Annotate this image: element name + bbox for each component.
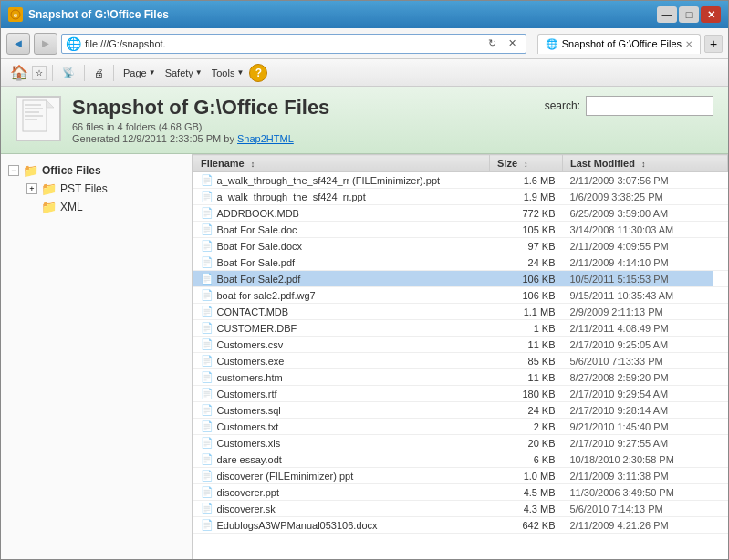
header-search: search: bbox=[545, 96, 713, 116]
table-row[interactable]: 📄Boat For Sale.doc105 KB3/14/2008 11:30:… bbox=[193, 222, 728, 238]
rss-button[interactable]: 📡 bbox=[58, 63, 78, 83]
table-row[interactable]: 📄Customers.csv11 KB2/17/2010 9:25:05 AM bbox=[193, 337, 728, 353]
table-row[interactable]: 📄Boat For Sale.pdf24 KB2/11/2009 4:14:10… bbox=[193, 254, 728, 271]
table-row[interactable]: 📄a_walk_through_the_sf424_rr (FILEminimi… bbox=[193, 172, 728, 189]
tab-label: Snapshot of G:\Office Files bbox=[562, 38, 682, 49]
back-button[interactable]: ◄ bbox=[6, 33, 30, 55]
table-row[interactable]: 📄Boat For Sale.docx97 KB2/11/2009 4:09:5… bbox=[193, 238, 728, 254]
file-date: 2/17/2010 9:29:54 AM bbox=[563, 386, 713, 402]
table-row[interactable]: 📄Customers.txt2 KB9/21/2010 1:45:40 PM bbox=[193, 419, 728, 435]
file-size: 97 KB bbox=[490, 238, 563, 254]
file-icon: 📄 bbox=[201, 519, 213, 531]
table-row[interactable]: 📄EdublogsA3WPManual053106.docx642 KB2/11… bbox=[193, 517, 728, 534]
col-size[interactable]: Size ↕ bbox=[490, 155, 563, 172]
file-name: a_walk_through_the_sf424_rr.ppt bbox=[217, 192, 366, 202]
file-icon: 📄 bbox=[201, 207, 213, 219]
file-name: Customers.sql bbox=[217, 405, 281, 416]
address-bar: ◄ ► 🌐 file:///G:/snapshot. ↻ ✕ 🌐 Snapsho… bbox=[1, 28, 728, 59]
svg-rect-7 bbox=[25, 119, 37, 120]
table-row[interactable]: 📄customers.htm11 KB8/27/2008 2:59:20 PM bbox=[193, 369, 728, 386]
print-button[interactable]: 🖨 bbox=[90, 63, 108, 83]
col-filename[interactable]: Filename ↕ bbox=[193, 155, 490, 172]
sidebar: − 📁 Office Files + 📁 PST Files 📁 XML bbox=[1, 154, 193, 559]
maximize-button[interactable]: □ bbox=[679, 6, 699, 23]
toolbar-separator-2 bbox=[84, 65, 85, 81]
table-row[interactable]: 📄discoverer.sk4.3 MB5/6/2010 7:14:13 PM bbox=[193, 501, 728, 517]
file-name: EdublogsA3WPManual053106.docx bbox=[217, 520, 378, 531]
safety-menu[interactable]: Safety ▼ bbox=[161, 63, 206, 83]
minimize-button[interactable]: — bbox=[657, 6, 677, 23]
tree-item-pst[interactable]: + 📁 PST Files bbox=[23, 180, 188, 198]
table-row[interactable]: 📄Boat For Sale2.pdf106 KB10/5/2011 5:15:… bbox=[193, 271, 728, 287]
file-name: Customers.xls bbox=[217, 438, 281, 449]
table-row[interactable]: 📄dare essay.odt6 KB10/18/2010 2:30:58 PM bbox=[193, 451, 728, 468]
toolbar-separator-1 bbox=[52, 65, 53, 81]
file-date: 5/6/2010 7:14:13 PM bbox=[563, 501, 713, 517]
file-icon: 📄 bbox=[201, 503, 213, 514]
tools-menu[interactable]: Tools ▼ bbox=[208, 63, 248, 83]
close-button[interactable]: ✕ bbox=[701, 6, 721, 23]
active-tab[interactable]: 🌐 Snapshot of G:\Office Files ✕ bbox=[537, 34, 701, 54]
page-caret-icon: ▼ bbox=[149, 68, 156, 77]
file-date: 9/21/2010 1:45:40 PM bbox=[563, 419, 713, 435]
table-row[interactable]: 📄ADDRBOOK.MDB772 KB6/25/2009 3:59:00 AM bbox=[193, 205, 728, 222]
file-name: Customers.rtf bbox=[217, 389, 277, 399]
tree-toggle-root[interactable]: − bbox=[8, 165, 19, 176]
file-icon: 📄 bbox=[201, 289, 213, 301]
file-name: boat for sale2.pdf.wg7 bbox=[217, 290, 316, 301]
refresh-button[interactable]: ↻ bbox=[484, 35, 502, 53]
table-row[interactable]: 📄a_walk_through_the_sf424_rr.ppt1.9 MB1/… bbox=[193, 189, 728, 205]
table-row[interactable]: 📄Customers.xls20 KB2/17/2010 9:27:55 AM bbox=[193, 435, 728, 451]
file-date: 3/14/2008 11:30:03 AM bbox=[563, 222, 713, 238]
file-size: 85 KB bbox=[490, 353, 563, 369]
file-size: 1.9 MB bbox=[490, 189, 563, 205]
file-date: 8/27/2008 2:59:20 PM bbox=[563, 369, 713, 386]
file-size: 1.6 MB bbox=[490, 172, 563, 189]
page-menu[interactable]: Page ▼ bbox=[120, 63, 160, 83]
svg-marker-8 bbox=[47, 100, 54, 108]
svg-rect-4 bbox=[25, 108, 43, 109]
table-row[interactable]: 📄boat for sale2.pdf.wg7106 KB9/15/2011 1… bbox=[193, 287, 728, 304]
file-size: 105 KB bbox=[490, 222, 563, 238]
forward-button[interactable]: ► bbox=[34, 33, 57, 55]
date-sort-icon: ↕ bbox=[641, 160, 646, 169]
file-icon: 📄 bbox=[201, 470, 213, 482]
tab-close-button[interactable]: ✕ bbox=[685, 39, 693, 49]
safety-caret-icon: ▼ bbox=[195, 68, 203, 77]
file-icon: 📄 bbox=[201, 404, 213, 416]
file-date: 5/6/2010 7:13:33 PM bbox=[563, 353, 713, 369]
tree-root-item[interactable]: − 📁 Office Files bbox=[5, 161, 188, 180]
file-list: Filename ↕ Size ↕ Last Modified ↕ bbox=[193, 154, 728, 559]
table-row[interactable]: 📄Customers.sql24 KB2/17/2010 9:28:14 AM bbox=[193, 402, 728, 419]
tree-children: + 📁 PST Files 📁 XML bbox=[5, 180, 188, 216]
tree-toggle-pst[interactable]: + bbox=[26, 183, 37, 194]
home-button[interactable]: 🏠 bbox=[8, 62, 30, 84]
tab-icon: 🌐 bbox=[546, 38, 558, 50]
col-size-label: Size bbox=[497, 158, 517, 169]
file-size: 106 KB bbox=[490, 287, 563, 304]
search-input[interactable] bbox=[586, 96, 713, 116]
table-row[interactable]: 📄discoverer (FILEminimizer).ppt1.0 MB2/1… bbox=[193, 468, 728, 484]
file-date: 10/5/2011 5:15:53 PM bbox=[563, 271, 713, 287]
file-tbody: 📄a_walk_through_the_sf424_rr (FILEminimi… bbox=[193, 172, 728, 534]
file-icon: 📄 bbox=[201, 223, 213, 235]
tree-item-xml[interactable]: 📁 XML bbox=[23, 198, 188, 216]
file-date: 1/6/2009 3:38:25 PM bbox=[563, 189, 713, 205]
snap2html-link[interactable]: Snap2HTML bbox=[237, 133, 294, 144]
table-row[interactable]: 📄Customers.exe85 KB5/6/2010 7:13:33 PM bbox=[193, 353, 728, 369]
table-row[interactable]: 📄Customers.rtf180 KB2/17/2010 9:29:54 AM bbox=[193, 386, 728, 402]
page-menu-label: Page bbox=[123, 67, 147, 78]
table-row[interactable]: 📄CONTACT.MDB1.1 MB2/9/2009 2:11:13 PM bbox=[193, 304, 728, 320]
folder-icon-root: 📁 bbox=[23, 163, 38, 178]
file-icon: 📄 bbox=[201, 273, 213, 285]
table-row[interactable]: 📄discoverer.ppt4.5 MB11/30/2006 3:49:50 … bbox=[193, 484, 728, 501]
file-date: 10/18/2010 2:30:58 PM bbox=[563, 451, 713, 468]
file-date: 11/30/2006 3:49:50 PM bbox=[563, 484, 713, 501]
stop-button[interactable]: ✕ bbox=[504, 35, 522, 53]
table-row[interactable]: 📄CUSTOMER.DBF1 KB2/11/2011 4:08:49 PM bbox=[193, 320, 728, 337]
col-date[interactable]: Last Modified ↕ bbox=[563, 155, 713, 172]
new-tab-button[interactable]: + bbox=[704, 35, 723, 53]
file-count: 66 files in 4 folders (4.68 GB) bbox=[72, 121, 329, 132]
help-button[interactable]: ? bbox=[249, 64, 267, 82]
favorites-button[interactable]: ☆ bbox=[32, 66, 47, 80]
